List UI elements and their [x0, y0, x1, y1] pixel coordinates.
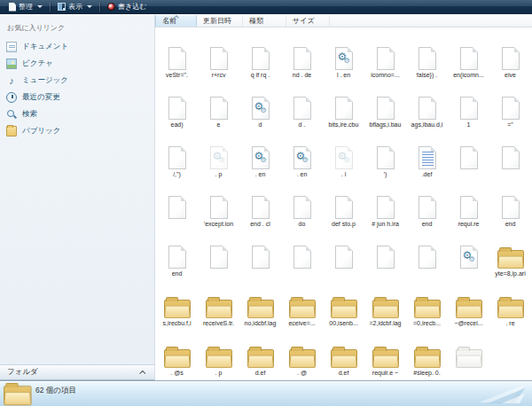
column-header-2[interactable]: 更新日時	[197, 15, 243, 27]
file-item[interactable]	[489, 131, 531, 181]
views-button[interactable]: 表示	[52, 1, 98, 13]
file-item[interactable]: 1	[448, 82, 489, 131]
file-item[interactable]: ⚙⚙d	[239, 82, 281, 131]
file-item[interactable]: .def	[406, 131, 448, 181]
file-name: d.ef	[339, 369, 349, 377]
file-name: icomno=...	[371, 71, 400, 79]
sidebar-item-pictures[interactable]: ピクチャ	[0, 55, 154, 72]
file-item[interactable]	[198, 230, 239, 280]
file-item[interactable]: ⚙⚙	[448, 230, 489, 280]
file-item[interactable]: end . cl	[239, 181, 281, 230]
file-item[interactable]	[448, 131, 489, 181]
column-header-3[interactable]: 種類	[243, 15, 286, 27]
file-item[interactable]: requir.e ~	[364, 330, 406, 379]
recent-changes-icon	[6, 92, 17, 103]
file-name: . en	[297, 170, 308, 178]
file-item[interactable]: ="	[489, 82, 531, 131]
file-item[interactable]: no,idcbf.lag	[239, 280, 281, 330]
file-name: bits,ire.cbu	[329, 121, 359, 129]
sidebar-item-public[interactable]: パブリック	[0, 122, 154, 139]
file-item[interactable]: d.ef	[323, 330, 364, 379]
file-item[interactable]: nd . de	[281, 32, 323, 82]
file-item[interactable]: =0,irecb...	[406, 280, 448, 330]
file-item[interactable]: =2,idcbf.lag	[364, 280, 406, 330]
file-item[interactable]	[281, 230, 323, 280]
file-item[interactable]: false}) .	[406, 32, 448, 82]
blank-file-icon	[252, 192, 270, 219]
file-item[interactable]	[448, 330, 489, 379]
file-item[interactable]: eive	[489, 32, 531, 82]
file-item[interactable]: end	[489, 181, 531, 230]
file-item[interactable]	[323, 230, 364, 280]
sidebar-item-documents[interactable]: ドキュメント	[0, 38, 154, 55]
file-item[interactable]: ⚙⚙. i	[323, 131, 364, 181]
column-header-4[interactable]: サイズ	[286, 15, 330, 27]
file-item[interactable]	[364, 230, 406, 280]
organize-button-label: 整理	[19, 2, 33, 12]
file-item[interactable]: eceive=...	[281, 280, 323, 330]
blank-file-icon	[168, 93, 186, 120]
file-item[interactable]: ⚙⚙l . en	[323, 32, 364, 82]
file-name: receiveS.tr.	[203, 319, 234, 327]
file-item[interactable]: . re	[489, 280, 531, 330]
file-item[interactable]: en(icomn...	[448, 32, 489, 82]
file-item[interactable]: ⚙⚙. en	[239, 131, 281, 181]
file-item[interactable]: ~@recei...	[448, 280, 489, 330]
blank-file-icon	[460, 93, 478, 120]
file-item[interactable]: d.ef	[239, 330, 281, 379]
file-item[interactable]: ⚙⚙. p	[198, 131, 239, 181]
file-item[interactable]: bflags,i.bau	[364, 82, 406, 131]
file-item[interactable]: veStr=".	[156, 32, 198, 82]
folder-icon	[247, 341, 274, 368]
file-item[interactable]	[239, 230, 281, 280]
file-item[interactable]: ags,ibau.d,i	[406, 82, 448, 131]
file-item[interactable]: . @	[281, 330, 323, 379]
file-item[interactable]: receiveS.tr.	[198, 280, 239, 330]
file-item[interactable]: e	[198, 82, 239, 131]
file-item[interactable]: 'except.ion	[198, 181, 239, 230]
file-item[interactable]: ead)	[156, 82, 198, 131]
dropdown-caret-icon[interactable]	[87, 5, 92, 8]
file-item[interactable]: icomno=...	[364, 32, 406, 82]
column-header-1[interactable]: 名前	[155, 15, 197, 27]
status-folder-icon	[4, 384, 32, 405]
folder-icon	[164, 292, 191, 318]
dropdown-caret-icon[interactable]	[37, 5, 43, 8]
file-item[interactable]: requi.re	[448, 181, 489, 230]
folders-bar[interactable]: フォルダ	[0, 364, 155, 380]
file-name: /,")	[173, 170, 181, 178]
file-item[interactable]: . @s	[156, 330, 198, 379]
file-item[interactable]: 00,isenb...	[323, 280, 364, 330]
file-item[interactable]: end	[406, 181, 448, 230]
file-item[interactable]: s,irecbu.f,i	[156, 280, 198, 330]
file-item[interactable]: end	[156, 230, 198, 280]
sidebar-item-music[interactable]: ♪ミュージック	[0, 72, 154, 89]
sidebar-item-recent-changes[interactable]: 最近の変更	[0, 89, 154, 105]
organize-button[interactable]: 整理	[4, 1, 48, 13]
file-item[interactable]: . p	[198, 330, 239, 379]
file-item[interactable]: ⚙⚙. en	[281, 131, 323, 181]
chevron-up-icon[interactable]	[139, 370, 145, 376]
file-item[interactable]: bits,ire.cbu	[323, 82, 364, 131]
file-item[interactable]: q if rq .	[239, 32, 281, 82]
file-item[interactable]: def sto.p	[323, 181, 364, 230]
file-item[interactable]: /,")	[156, 131, 198, 181]
swoosh-decoration	[475, 383, 528, 406]
folder-icon	[372, 341, 399, 368]
file-item[interactable]: d .	[281, 82, 323, 131]
file-item[interactable]: # jun h.ira	[364, 181, 406, 230]
file-item[interactable]	[406, 230, 448, 280]
file-item[interactable]: yte=8,ip.ari	[489, 230, 531, 280]
file-item[interactable]: ')	[364, 131, 406, 181]
blank-file-icon	[335, 242, 353, 269]
file-name: end	[172, 269, 183, 277]
file-item[interactable]: r+rcv	[198, 32, 239, 82]
folder-icon	[497, 242, 524, 269]
sidebar-item-search-label: 検索	[22, 109, 37, 120]
burn-button[interactable]: 書き込む	[102, 1, 152, 13]
file-item[interactable]: do	[281, 181, 323, 230]
sidebar-item-search[interactable]: 検索	[0, 105, 154, 122]
gear-file-icon: ⚙⚙	[210, 143, 228, 169]
file-item[interactable]	[156, 181, 198, 230]
file-item[interactable]: #sleep. 0.	[406, 330, 448, 379]
